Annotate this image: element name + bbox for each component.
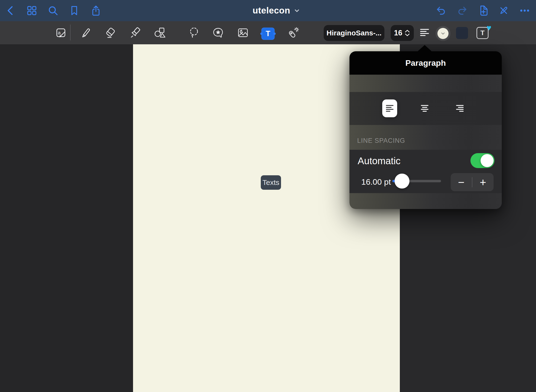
text-tool-button[interactable]: T [262, 28, 274, 39]
popover-caret [417, 45, 432, 52]
color-chevron-down-icon [440, 31, 446, 36]
text-tool-left-handle [260, 33, 263, 35]
share-icon [90, 5, 102, 16]
spacing-slider-row: 16.00 pt − + [349, 171, 502, 193]
sticker-tool-button[interactable] [211, 26, 225, 39]
align-center-icon [420, 104, 429, 113]
shapes-icon [154, 26, 166, 39]
lasso-icon [188, 26, 201, 39]
automatic-row: Automatic [349, 150, 502, 171]
toolbar-divider [70, 25, 71, 40]
highlighter-icon [129, 26, 142, 39]
spacing-stepper: − + [451, 173, 494, 191]
redo-button[interactable] [456, 4, 469, 17]
image-tool-button[interactable] [236, 26, 250, 39]
popover-band-top [349, 75, 502, 92]
more-options-button[interactable] [518, 4, 531, 17]
laser-pointer-tool-button[interactable] [286, 26, 300, 39]
secondary-color-swatch[interactable] [456, 27, 468, 39]
slider-thumb[interactable] [395, 174, 409, 189]
share-button[interactable] [90, 4, 102, 17]
add-page-button[interactable] [477, 4, 490, 17]
text-tool-right-handle [273, 33, 276, 35]
tools-toolbar: a [0, 21, 536, 44]
font-size-stepper[interactable]: 16 [391, 25, 414, 41]
align-left-icon [419, 27, 430, 38]
align-left-icon [385, 104, 394, 113]
align-right-icon [455, 104, 464, 113]
pen-cross-icon [498, 5, 509, 16]
undo-icon [435, 5, 447, 16]
back-button[interactable] [4, 4, 17, 17]
back-icon [5, 5, 16, 16]
popover-band-bottom [349, 193, 502, 209]
alignment-options-row [349, 92, 502, 125]
line-spacing-section-label: LINE SPACING [357, 137, 405, 144]
exit-edit-mode-button[interactable] [497, 4, 510, 17]
title-chevron-down-icon [294, 7, 300, 14]
laser-pointer-icon [287, 26, 299, 39]
line-spacing-section: LINE SPACING [349, 125, 502, 150]
favorite-heart-icon: ♥ [487, 24, 491, 32]
highlighter-tool-button[interactable] [129, 26, 142, 39]
read-mode-button[interactable]: a [54, 26, 67, 39]
text-color-preview [437, 28, 449, 39]
sticker-icon [212, 26, 224, 39]
popover-title: Paragraph [405, 58, 446, 68]
undo-button[interactable] [435, 4, 447, 17]
text-align-button[interactable] [419, 27, 430, 39]
eraser-icon [104, 26, 117, 39]
toggle-knob [481, 154, 494, 167]
font-family-label: HiraginoSans-... [327, 29, 382, 37]
text-object[interactable]: Texts [261, 175, 281, 190]
bookmark-button[interactable] [68, 4, 80, 17]
size-stepper-chevrons-icon [404, 29, 410, 37]
document-title: utelecon [253, 6, 290, 16]
align-center-button[interactable] [417, 99, 432, 117]
font-size-value: 16 [394, 29, 402, 37]
shapes-tool-button[interactable] [153, 26, 167, 39]
align-right-button[interactable] [452, 99, 467, 117]
search-button[interactable] [47, 4, 59, 17]
bookmark-icon [68, 5, 80, 16]
automatic-label: Automatic [358, 156, 401, 166]
pages-overview-button[interactable] [26, 4, 38, 17]
decrease-spacing-button[interactable]: − [451, 173, 472, 191]
svg-text:a: a [58, 30, 61, 35]
increase-spacing-button[interactable]: + [472, 173, 494, 191]
text-style-favorite-button[interactable]: T ♥ [476, 27, 489, 39]
eraser-tool-button[interactable] [104, 26, 117, 39]
document-title-button[interactable]: utelecon [228, 0, 325, 21]
paragraph-popover: Paragraph [349, 51, 502, 209]
text-color-swatch[interactable] [436, 26, 450, 41]
redo-icon [456, 5, 468, 16]
lasso-tool-button[interactable] [188, 26, 201, 39]
read-mode-icon: a [54, 26, 67, 39]
add-page-icon [478, 5, 489, 16]
pen-icon [80, 26, 92, 39]
text-object-label: Texts [262, 178, 279, 187]
font-family-button[interactable]: HiraginoSans-... [324, 25, 384, 41]
line-spacing-value: 16.00 pt [361, 177, 391, 187]
popover-header: Paragraph [349, 51, 502, 75]
image-icon [237, 26, 249, 39]
pen-tool-button[interactable] [79, 26, 93, 39]
text-tool-label: T [266, 29, 270, 38]
ellipsis-icon [519, 5, 530, 16]
automatic-toggle[interactable] [470, 153, 495, 168]
line-spacing-controls: Automatic 16.00 pt − + [349, 150, 502, 193]
text-style-label: T [480, 29, 484, 37]
pages-grid-icon [26, 5, 38, 16]
align-left-button[interactable] [382, 99, 397, 117]
app-screen: utelecon [0, 0, 536, 392]
search-icon [47, 5, 59, 16]
navigation-bar: utelecon [0, 0, 536, 21]
